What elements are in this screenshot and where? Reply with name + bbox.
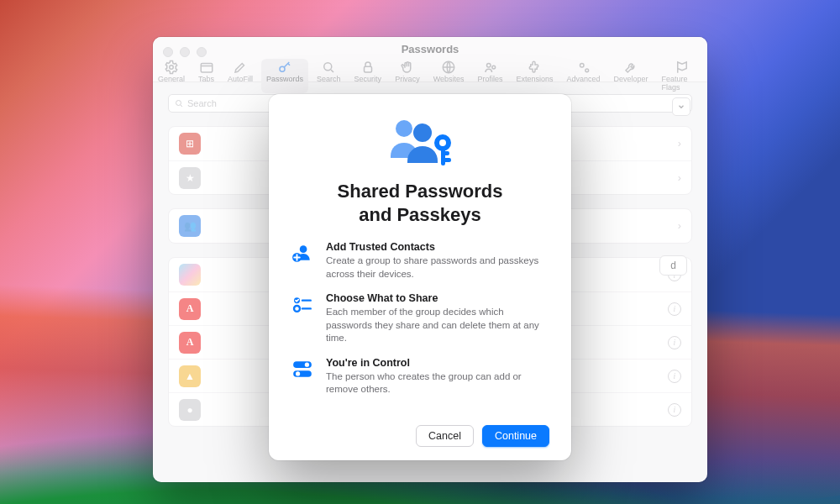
person-add-icon [291, 241, 314, 281]
cancel-button[interactable]: Cancel [416, 425, 474, 447]
feature-body: Each member of the group decides which p… [326, 306, 549, 345]
modal-button-row: Cancel Continue [291, 425, 549, 447]
svg-rect-15 [441, 158, 451, 162]
svg-point-23 [305, 362, 309, 366]
toggles-icon [291, 357, 314, 396]
feature-title: Choose What to Share [326, 292, 549, 304]
svg-point-21 [294, 306, 300, 312]
feature-body: The person who creates the group can add… [326, 370, 549, 396]
feature-title: Add Trusted Contacts [326, 241, 549, 253]
feature-add-contacts: Add Trusted Contacts Create a group to s… [291, 241, 549, 281]
checklist-icon [291, 292, 314, 345]
shared-passwords-sheet: Shared Passwordsand Passkeys Add Trusted… [269, 94, 571, 460]
svg-rect-16 [441, 151, 449, 155]
continue-button[interactable]: Continue [482, 425, 549, 447]
feature-title: You're in Control [326, 357, 549, 369]
modal-title: Shared Passwordsand Passkeys [291, 180, 549, 226]
svg-point-17 [439, 139, 446, 146]
feature-body: Create a group to share passwords and pa… [326, 255, 549, 281]
feature-in-control: You're in Control The person who creates… [291, 357, 549, 396]
feature-choose-share: Choose What to Share Each member of the … [291, 292, 549, 345]
svg-point-18 [300, 245, 307, 253]
people-key-hero-icon [382, 116, 458, 171]
svg-point-12 [413, 123, 432, 142]
svg-point-25 [296, 371, 300, 375]
svg-point-11 [396, 120, 412, 137]
